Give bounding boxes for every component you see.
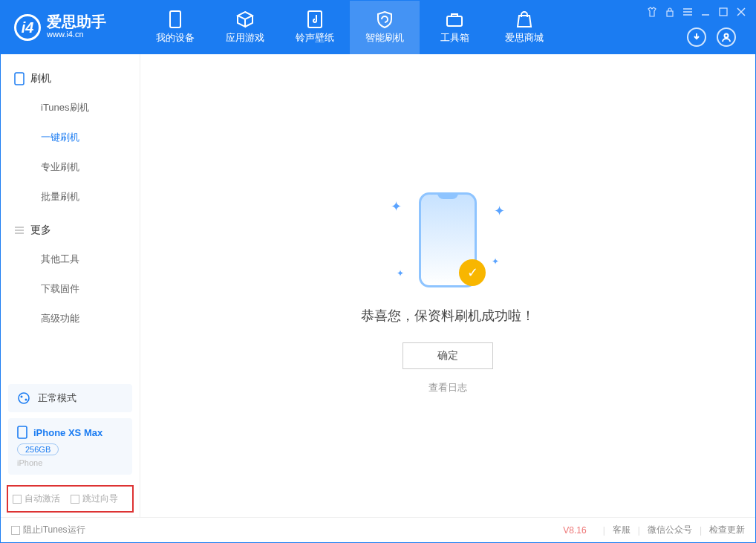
sidebar-item-other-tools[interactable]: 其他工具 — [1, 244, 140, 274]
tab-my-device[interactable]: 我的设备 — [140, 1, 210, 54]
tab-label: 工具箱 — [440, 31, 469, 45]
checkbox-label: 阻止iTunes运行 — [23, 524, 85, 536]
flash-options-highlight: 自动激活 跳过向导 — [7, 485, 134, 513]
music-sheet-icon — [306, 10, 324, 28]
lock-icon[interactable] — [665, 7, 675, 17]
minimize-icon[interactable] — [700, 7, 711, 17]
separator: | — [638, 525, 640, 536]
device-name: iPhone XS Max — [33, 427, 102, 438]
check-badge-icon: ✓ — [459, 259, 486, 286]
app-window: i4 爱思助手 www.i4.cn 我的设备 应用游戏 铃声壁纸 智能刷机 — [0, 0, 756, 543]
sidebar-item-pro-flash[interactable]: 专业刷机 — [1, 152, 140, 182]
status-link-support[interactable]: 客服 — [613, 524, 630, 536]
sparkle-icon: ✦ — [494, 203, 505, 219]
tab-store[interactable]: 爱思商城 — [489, 1, 559, 54]
tab-apps-games[interactable]: 应用游戏 — [210, 1, 280, 54]
download-button[interactable] — [687, 27, 706, 47]
sparkle-icon: ✦ — [397, 268, 404, 279]
device-type: iPhone — [17, 458, 123, 467]
checkbox-box — [71, 495, 79, 504]
logo-area: i4 爱思助手 www.i4.cn — [1, 1, 140, 54]
success-message: 恭喜您，保资料刷机成功啦！ — [361, 307, 535, 325]
sidebar-group-more: 更多 其他工具 下载固件 高级功能 — [1, 216, 140, 334]
menu-icon[interactable] — [682, 7, 693, 17]
svg-point-9 — [25, 399, 27, 401]
list-icon — [14, 225, 25, 235]
cube-icon — [236, 10, 254, 28]
tab-toolbox[interactable]: 工具箱 — [420, 1, 489, 54]
close-icon[interactable] — [736, 7, 746, 17]
tab-label: 爱思商城 — [505, 31, 544, 45]
main-panel: ✦ ✦ ✓ ✦ ✦ 恭喜您，保资料刷机成功啦！ 确定 查看日志 — [140, 54, 755, 517]
sidebar-item-itunes-flash[interactable]: iTunes刷机 — [1, 93, 140, 123]
window-controls — [647, 7, 746, 17]
header-actions — [687, 27, 736, 47]
toolbox-icon — [446, 10, 463, 28]
bag-icon — [515, 10, 533, 28]
sparkle-icon: ✦ — [391, 198, 402, 215]
svg-rect-4 — [720, 8, 727, 16]
device-name-row: iPhone XS Max — [17, 426, 123, 439]
sidebar-item-download-firmware[interactable]: 下载固件 — [1, 274, 140, 304]
svg-rect-6 — [15, 73, 24, 85]
sidebar-title-label: 刷机 — [30, 72, 51, 85]
checkbox-box — [11, 526, 20, 535]
ok-button[interactable]: 确定 — [403, 342, 493, 369]
status-link-update[interactable]: 检查更新 — [709, 524, 745, 536]
svg-point-5 — [725, 34, 729, 38]
separator: | — [700, 525, 702, 536]
checkbox-auto-activate[interactable]: 自动激活 — [13, 492, 60, 505]
mode-card[interactable]: 正常模式 — [8, 384, 132, 412]
checkbox-skip-wizard[interactable]: 跳过向导 — [71, 492, 118, 505]
sparkle-icon: ✦ — [492, 256, 499, 267]
sidebar-item-one-click-flash[interactable]: 一键刷机 — [1, 123, 140, 152]
sidebar-item-batch-flash[interactable]: 批量刷机 — [1, 182, 140, 212]
body: 刷机 iTunes刷机 一键刷机 专业刷机 批量刷机 更多 其他工具 下载固件 … — [1, 54, 755, 517]
app-name: 爱思助手 — [47, 14, 106, 29]
sidebar-title-flash: 刷机 — [1, 65, 140, 93]
device-icon — [14, 72, 25, 85]
svg-point-7 — [19, 393, 29, 403]
sidebar-title-label: 更多 — [30, 224, 51, 237]
checkbox-stop-itunes[interactable]: 阻止iTunes运行 — [11, 524, 85, 536]
separator: | — [603, 525, 605, 536]
app-url: www.i4.cn — [47, 29, 106, 40]
phone-small-icon — [17, 426, 27, 439]
sidebar-item-advanced[interactable]: 高级功能 — [1, 304, 140, 334]
success-illustration: ✦ ✦ ✓ ✦ ✦ — [385, 188, 511, 292]
refresh-shield-icon — [376, 10, 394, 28]
status-bar: 阻止iTunes运行 V8.16 | 客服 | 微信公众号 | 检查更新 — [1, 517, 755, 542]
checkbox-box — [13, 495, 22, 504]
mode-icon — [17, 391, 30, 405]
logo-text: 爱思助手 www.i4.cn — [47, 14, 106, 40]
device-capacity: 256GB — [17, 443, 59, 455]
checkbox-label: 自动激活 — [25, 492, 60, 505]
tab-label: 铃声壁纸 — [296, 31, 334, 45]
main-tabs: 我的设备 应用游戏 铃声壁纸 智能刷机 工具箱 爱思商城 — [140, 1, 559, 54]
logo-icon: i4 — [14, 14, 41, 41]
version-label: V8.16 — [563, 525, 586, 536]
view-log-link[interactable]: 查看日志 — [428, 381, 467, 394]
tab-smart-flash[interactable]: 智能刷机 — [350, 1, 420, 54]
svg-rect-0 — [170, 11, 180, 27]
sidebar-title-more: 更多 — [1, 216, 140, 244]
svg-rect-3 — [667, 11, 673, 16]
phone-icon — [166, 10, 184, 28]
mode-label: 正常模式 — [38, 391, 76, 405]
svg-rect-2 — [447, 16, 462, 26]
tab-ringtone-wallpaper[interactable]: 铃声壁纸 — [280, 1, 350, 54]
checkbox-label: 跳过向导 — [82, 492, 118, 505]
svg-rect-10 — [18, 426, 27, 438]
user-button[interactable] — [717, 27, 736, 47]
tab-label: 我的设备 — [156, 31, 195, 45]
tab-label: 应用游戏 — [226, 31, 264, 45]
tshirt-icon[interactable] — [647, 7, 657, 17]
svg-point-8 — [21, 396, 23, 398]
device-card[interactable]: iPhone XS Max 256GB iPhone — [8, 418, 132, 475]
sidebar-group-flash: 刷机 iTunes刷机 一键刷机 专业刷机 批量刷机 — [1, 65, 140, 212]
status-link-wechat[interactable]: 微信公众号 — [648, 524, 692, 536]
title-bar: i4 爱思助手 www.i4.cn 我的设备 应用游戏 铃声壁纸 智能刷机 — [1, 1, 755, 54]
maximize-icon[interactable] — [718, 7, 729, 17]
sidebar: 刷机 iTunes刷机 一键刷机 专业刷机 批量刷机 更多 其他工具 下载固件 … — [1, 54, 140, 517]
tab-label: 智能刷机 — [365, 31, 404, 45]
